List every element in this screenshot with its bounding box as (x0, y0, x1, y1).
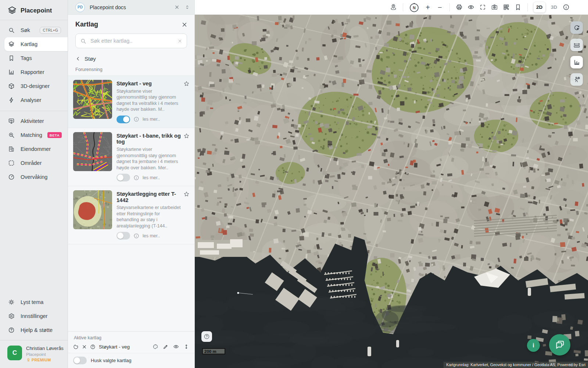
layer-description: Støyvarselkartene er utarbeidet etter Re… (116, 205, 183, 229)
layer-search[interactable] (75, 33, 187, 48)
info-circle-icon[interactable] (563, 4, 570, 11)
remember-layers-label: Husk valgte kartlag (91, 358, 132, 363)
sidebar-item-label: Eiendommer (21, 146, 51, 152)
layer-toggle[interactable] (116, 116, 130, 123)
sidebar-item-label: Innstillinger (21, 313, 47, 319)
sidebar-item-label: Overvåking (21, 174, 47, 180)
document-tab-title[interactable]: Placepoint docs (90, 4, 126, 10)
fullscreen-icon[interactable] (479, 4, 486, 11)
search-input[interactable] (90, 38, 174, 44)
sidebar-item-label: Søk (21, 27, 30, 33)
info-circle-icon[interactable] (133, 116, 139, 122)
sidebar-item-sok[interactable]: Søk CTRL+G (4, 23, 68, 37)
divider (403, 3, 403, 11)
layer-title: Støykartlegging etter T-1442 (116, 191, 183, 203)
shortcut-badge: CTRL+G (40, 27, 61, 34)
expand-collapse-icon[interactable] (184, 4, 190, 10)
help-circle-icon (8, 327, 15, 333)
sidebar-item-tags[interactable]: Tags (4, 51, 68, 65)
edit-pen-icon[interactable] (163, 344, 169, 350)
dashed-area-icon (8, 160, 15, 166)
plan-badge: PREMIUM (26, 358, 64, 362)
map-measure-button[interactable] (570, 39, 583, 51)
document-tab-strip: PD Placepoint docs (68, 0, 195, 15)
layer-toggle[interactable] (116, 232, 130, 240)
breadcrumb-label: Støy (85, 56, 96, 62)
user-profile[interactable]: C Christian Løverås Placepoint PREMIUM (0, 340, 68, 368)
print-icon[interactable] (456, 4, 463, 11)
sidebar-item-3d-designer[interactable]: 3D-designer (4, 79, 68, 93)
layer-toggle[interactable] (116, 174, 130, 181)
map-statistics-button[interactable] (570, 56, 583, 68)
sidebar-item-lyst-tema[interactable]: Lyst tema (4, 295, 68, 309)
reorder-icon[interactable] (183, 344, 189, 350)
compass-icon[interactable]: N (409, 2, 419, 13)
map-toolbar: N + − 2D 3D (195, 0, 588, 15)
sidebar-item-kartlag[interactable]: Kartlag (4, 37, 68, 51)
clear-search-icon[interactable] (178, 39, 182, 43)
document-badge: PD (75, 3, 85, 12)
remove-layer-icon[interactable] (82, 344, 87, 350)
star-icon[interactable] (183, 133, 190, 139)
chat-fab-button[interactable] (549, 334, 570, 355)
avatar[interactable]: C (7, 346, 22, 360)
zoom-out-button[interactable]: − (436, 4, 444, 11)
gauge-icon (8, 174, 15, 180)
palette-icon[interactable] (153, 344, 158, 350)
search-icon (8, 27, 15, 33)
map-select-rotate-button[interactable] (570, 21, 583, 34)
placepoint-logo-icon (7, 6, 17, 15)
sidebar-item-eiendommer[interactable]: Eiendommer (4, 142, 68, 156)
locate-pin-icon[interactable] (390, 4, 397, 11)
layer-card-stoykart-tbane[interactable]: Støykart - t-bane, trikk og tog Støykart… (68, 128, 194, 186)
sidebar-item-overvaking[interactable]: Overvåking (4, 170, 68, 184)
layer-card-stoykart-veg[interactable]: Støykart - veg Støykartene viser gjennom… (68, 76, 194, 128)
active-layer-row: Støykart - veg (68, 343, 194, 353)
star-icon[interactable] (183, 191, 190, 197)
breadcrumb[interactable]: Støy (68, 53, 194, 66)
eye-icon[interactable] (467, 4, 474, 11)
zoom-in-button[interactable]: + (424, 4, 431, 11)
les-mer-link[interactable]: les mer.. (143, 117, 160, 122)
bookmark-icon[interactable] (514, 4, 521, 11)
sidebar-item-hjelp[interactable]: Hjelp & støtte (4, 323, 68, 337)
info-circle-icon[interactable] (133, 233, 139, 239)
les-mer-link[interactable]: les mer.. (143, 175, 160, 180)
map-travel-time-button[interactable] (570, 73, 583, 86)
sidebar-item-label: Matching (21, 132, 42, 138)
les-mer-link[interactable]: les mer.. (143, 233, 160, 238)
mode-3d-button[interactable]: 3D (550, 4, 558, 10)
qr-code-icon[interactable] (503, 4, 510, 11)
sidebar-item-label: Analyser (21, 97, 41, 103)
camera-icon[interactable] (491, 4, 498, 11)
sidebar-item-matching[interactable]: Matching BETA (4, 128, 68, 142)
visibility-eye-icon[interactable] (173, 344, 179, 350)
sidebar-item-omrader[interactable]: Områder (4, 156, 68, 170)
star-icon[interactable] (183, 81, 190, 87)
kartlag-panel: Kartlag Støy Forurensning Støykart - veg… (68, 15, 195, 368)
sidebar-item-aktiviteter[interactable]: Aktiviteter (4, 114, 68, 128)
chevron-left-icon (75, 56, 81, 61)
info-fab-button[interactable]: i (527, 339, 540, 352)
sidebar-item-analyser[interactable]: Analyser (4, 93, 68, 107)
map-help-button[interactable] (201, 331, 212, 342)
sidebar-item-rapporter[interactable]: Rapporter (4, 65, 68, 79)
sun-icon (8, 299, 15, 305)
lightning-icon (8, 97, 15, 103)
sidebar-item-label: Hjelp & støtte (21, 327, 53, 333)
moon-icon[interactable] (73, 344, 79, 350)
map-canvas[interactable]: 200 m Kartgrunnlag: Kartverket, Geovekst… (195, 15, 588, 368)
sidebar-item-label: 3D-designer (21, 83, 50, 89)
close-document-icon[interactable] (174, 4, 180, 10)
remember-layers-toggle[interactable] (73, 357, 87, 364)
cube-icon (8, 83, 15, 89)
info-circle-icon[interactable] (133, 175, 139, 181)
mode-2d-button[interactable]: 2D (534, 2, 545, 13)
close-panel-icon[interactable] (181, 21, 188, 28)
layer-help-icon[interactable] (90, 344, 96, 350)
sidebar-footer-nav: Lyst tema Innstillinger Hjelp & støtte (0, 292, 68, 337)
layer-card-stoykartlegging-t1442[interactable]: Støykartlegging etter T-1442 Støyvarselk… (68, 186, 194, 244)
medal-icon (26, 358, 31, 362)
sidebar-item-innstillinger[interactable]: Innstillinger (4, 309, 68, 323)
gear-icon (8, 313, 15, 319)
